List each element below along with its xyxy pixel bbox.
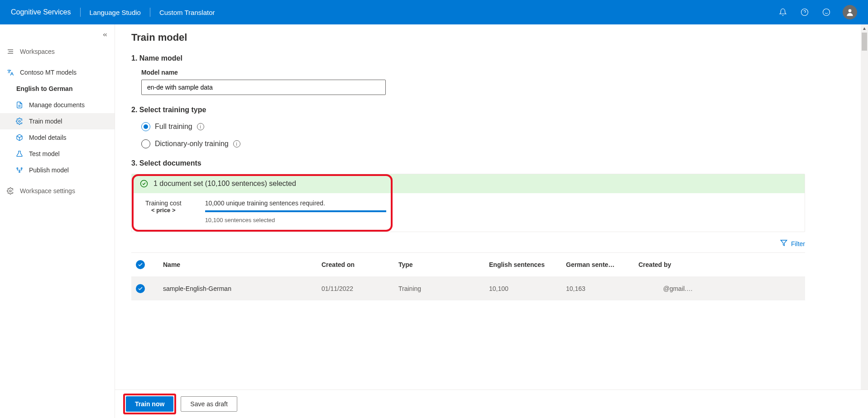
model-name-input[interactable] — [141, 80, 386, 95]
sidebar-item-train-model[interactable]: Train model — [0, 113, 115, 129]
col-type[interactable]: Type — [398, 261, 489, 268]
sidebar-item-test-model[interactable]: Test model — [0, 146, 115, 162]
training-cost: Training cost < price > — [145, 200, 182, 214]
scrollbar-up-icon[interactable]: ▲ — [861, 24, 868, 32]
svg-point-11 — [19, 120, 20, 122]
selection-banner-text: 1 document set (10,100 sentences) select… — [153, 180, 296, 188]
training-type-full[interactable]: Full training i — [141, 122, 805, 131]
radio-icon[interactable] — [141, 139, 150, 148]
gear-icon — [6, 187, 14, 195]
sidebar-item-label: Contoso MT models — [20, 69, 77, 76]
sidebar-item-publish-model[interactable]: Publish model — [0, 162, 115, 178]
cell-created: 01/11/2022 — [321, 285, 398, 292]
training-type-dictionary[interactable]: Dictionary-only training i — [141, 139, 805, 148]
sidebar-item-label: Model details — [29, 134, 67, 141]
svg-point-15 — [21, 168, 22, 169]
breadcrumb-cognitive-services[interactable]: Cognitive Services — [11, 8, 80, 16]
svg-point-0 — [801, 9, 808, 16]
radio-icon[interactable] — [141, 122, 150, 131]
cost-row: Training cost < price > 10,000 unique tr… — [132, 193, 805, 232]
train-now-button[interactable]: Train now — [126, 396, 173, 412]
main-content: Train model 1. Name model Model name 2. … — [115, 24, 821, 346]
user-avatar[interactable] — [843, 5, 857, 19]
col-name[interactable]: Name — [163, 261, 321, 268]
documents-table: Name Created on Type English sentences G… — [131, 252, 805, 300]
cell-type: Training — [398, 285, 489, 292]
cube-icon — [15, 134, 24, 141]
help-icon[interactable] — [796, 3, 814, 21]
step1-heading: 1. Name model — [131, 54, 805, 62]
svg-point-5 — [849, 9, 852, 12]
sidebar-item-label: Test model — [29, 150, 60, 157]
cell-name: sample-English-German — [163, 285, 321, 292]
col-german[interactable]: German sente… — [566, 261, 638, 268]
progress-bar — [205, 210, 386, 212]
cost-label-text: Training cost — [145, 200, 182, 207]
info-icon[interactable]: i — [197, 123, 204, 130]
progress-area: 10,000 unique training sentences require… — [205, 200, 386, 223]
svg-point-2 — [823, 9, 830, 16]
cell-created-by: @gmail.… — [638, 285, 693, 292]
step3-heading: 3. Select documents — [131, 159, 805, 167]
sidebar-item-workspace-settings[interactable]: Workspace settings — [0, 183, 115, 199]
breadcrumb: Cognitive Services Language Studio Custo… — [11, 8, 774, 17]
sidebar-item-label: Manage documents — [29, 101, 85, 109]
check-circle-icon — [140, 180, 148, 188]
filter-icon — [780, 239, 787, 248]
radio-label: Full training — [155, 123, 192, 131]
svg-point-18 — [141, 180, 148, 187]
sidebar-item-manage-documents[interactable]: Manage documents — [0, 97, 115, 113]
svg-point-17 — [10, 190, 11, 192]
cost-value: < price > — [145, 207, 182, 214]
progress-requirement: 10,000 unique training sentences require… — [205, 200, 386, 207]
sidebar-item-label: Workspace settings — [20, 187, 75, 195]
svg-point-16 — [19, 171, 20, 173]
col-created[interactable]: Created on — [321, 261, 398, 268]
row-checkbox[interactable] — [136, 284, 163, 293]
selection-summary-panel: 1 document set (10,100 sentences) select… — [131, 174, 805, 232]
notifications-icon[interactable] — [774, 3, 792, 21]
sidebar-item-label: Workspaces — [20, 48, 55, 55]
sidebar: Workspaces Contoso MT models English to … — [0, 24, 115, 418]
page-footer: Train now Save as draft — [115, 390, 868, 418]
sidebar-item-workspaces[interactable]: Workspaces — [0, 43, 115, 60]
filter-button[interactable]: Filter — [780, 239, 805, 248]
translate-icon — [6, 69, 14, 76]
gear-play-icon — [15, 118, 24, 125]
sidebar-item-label: English to German — [16, 85, 72, 92]
sidebar-item-label: Train model — [29, 118, 62, 125]
info-icon[interactable]: i — [233, 140, 240, 147]
model-name-label: Model name — [141, 69, 805, 76]
sidebar-item-workspace[interactable]: Contoso MT models — [0, 64, 115, 81]
network-icon — [15, 166, 24, 174]
sidebar-item-label: Publish model — [29, 166, 69, 174]
select-all-checkbox[interactable] — [136, 260, 163, 269]
progress-subtext: 10,100 sentences selected — [205, 217, 386, 223]
col-created-by[interactable]: Created by — [638, 261, 693, 268]
radio-label: Dictionary-only training — [155, 140, 229, 148]
svg-point-14 — [17, 168, 18, 169]
breadcrumb-language-studio[interactable]: Language Studio — [81, 9, 150, 16]
save-draft-button[interactable]: Save as draft — [181, 396, 237, 412]
document-icon — [15, 101, 24, 109]
table-header-row: Name Created on Type English sentences G… — [131, 252, 805, 277]
sidebar-item-project[interactable]: English to German — [0, 81, 115, 97]
selection-banner: 1 document set (10,100 sentences) select… — [132, 174, 805, 193]
sidebar-item-model-details[interactable]: Model details — [0, 129, 115, 146]
scrollbar[interactable]: ▲ ▼ — [861, 24, 868, 418]
step2-heading: 2. Select training type — [131, 106, 805, 114]
feedback-icon[interactable] — [817, 3, 835, 21]
cell-english: 10,100 — [489, 285, 566, 292]
main-scroll-area[interactable]: Train model 1. Name model Model name 2. … — [115, 24, 868, 418]
filter-label: Filter — [791, 240, 805, 247]
sidebar-collapse-icon[interactable] — [102, 32, 108, 40]
scrollbar-thumb[interactable] — [862, 33, 867, 51]
col-english[interactable]: English sentences — [489, 261, 566, 268]
list-icon — [6, 48, 14, 55]
app-header: Cognitive Services Language Studio Custo… — [0, 0, 868, 24]
table-row[interactable]: sample-English-German 01/11/2022 Trainin… — [131, 277, 805, 300]
header-actions — [774, 3, 857, 21]
cell-german: 10,163 — [566, 285, 638, 292]
svg-marker-19 — [781, 240, 786, 246]
breadcrumb-custom-translator[interactable]: Custom Translator — [150, 9, 224, 16]
